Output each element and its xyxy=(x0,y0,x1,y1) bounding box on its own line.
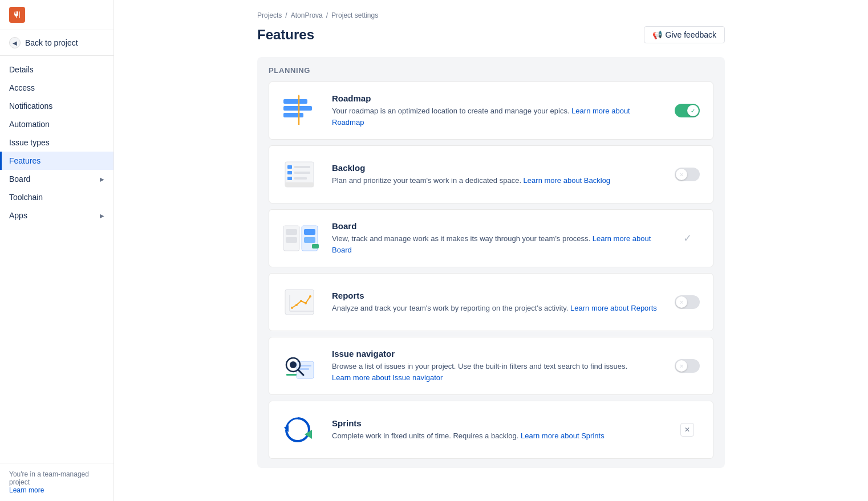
svg-rect-13 xyxy=(285,182,314,187)
sidebar-item-details[interactable]: Details xyxy=(0,60,113,79)
sidebar: ◀ Back to project DetailsAccessNotificat… xyxy=(0,0,114,501)
board-check-icon: ✓ xyxy=(683,232,692,245)
breadcrumb-sep-2: / xyxy=(326,11,328,19)
sidebar-item-label-details: Details xyxy=(9,65,34,74)
feature-card-roadmap: Roadmap Your roadmap is an optimized loc… xyxy=(269,82,713,140)
svg-rect-0 xyxy=(19,11,20,18)
svg-rect-15 xyxy=(286,229,297,235)
svg-rect-11 xyxy=(287,177,292,180)
backlog-learn-more-link[interactable]: Learn more about Backlog xyxy=(524,176,610,185)
megaphone-icon: 📢 xyxy=(652,30,662,39)
roadmap-desc: Your roadmap is an optimized location to… xyxy=(332,105,662,128)
breadcrumb: Projects / AtonProva / Project settings xyxy=(257,11,725,19)
backlog-desc: Plan and prioritize your team's work in … xyxy=(332,175,662,186)
board-learn-more-link[interactable]: Learn more about Board xyxy=(332,234,651,254)
sidebar-footer: You're in a team-managed project Learn m… xyxy=(0,463,113,501)
svg-rect-8 xyxy=(294,166,310,168)
sidebar-item-toolchain[interactable]: Toolchain xyxy=(0,188,113,206)
sidebar-item-label-features: Features xyxy=(9,156,40,165)
svg-rect-10 xyxy=(294,172,310,174)
sidebar-item-notifications[interactable]: Notifications xyxy=(0,97,113,115)
feature-card-backlog: Backlog Plan and prioritize your team's … xyxy=(269,145,713,203)
board-desc: View, track and manage work as it makes … xyxy=(332,233,662,255)
roadmap-toggle[interactable]: ✓ xyxy=(673,104,701,117)
learn-more-link[interactable]: Learn more xyxy=(9,486,44,494)
issue-navigator-icon xyxy=(281,349,321,383)
svg-point-28 xyxy=(309,295,311,298)
svg-rect-16 xyxy=(286,237,297,243)
backlog-name: Backlog xyxy=(332,163,662,173)
feature-card-issue-navigator: Issue navigator Browse a list of issues … xyxy=(269,337,713,395)
feature-card-reports: Reports Analyze and track your team's wo… xyxy=(269,273,713,331)
breadcrumb-atonprova[interactable]: AtonProva xyxy=(291,11,323,19)
sidebar-item-label-automation: Automation xyxy=(9,120,50,129)
svg-rect-19 xyxy=(304,237,315,243)
svg-rect-18 xyxy=(304,229,315,235)
main-content: Projects / AtonProva / Project settings … xyxy=(114,0,868,501)
give-feedback-label: Give feedback xyxy=(666,30,717,39)
reports-toggle-knob: ✕ xyxy=(676,296,687,308)
backlog-info: Backlog Plan and prioritize your team's … xyxy=(332,163,662,186)
roadmap-toggle-switch[interactable]: ✓ xyxy=(675,104,700,117)
section-title-planning: Planning xyxy=(269,66,713,75)
issue-navigator-info: Issue navigator Browse a list of issues … xyxy=(332,349,662,383)
svg-rect-2 xyxy=(283,106,312,111)
breadcrumb-projects[interactable]: Projects xyxy=(257,11,282,19)
svg-point-33 xyxy=(290,361,297,368)
backlog-toggle-knob: ✕ xyxy=(676,169,687,180)
svg-rect-3 xyxy=(283,113,303,117)
sidebar-item-automation[interactable]: Automation xyxy=(0,115,113,133)
issue-navigator-toggle-knob: ✕ xyxy=(676,360,687,372)
backlog-icon xyxy=(281,157,321,192)
svg-point-26 xyxy=(300,300,302,302)
sidebar-item-board[interactable]: Board▶ xyxy=(0,170,113,188)
board-info: Board View, track and manage work as it … xyxy=(332,221,662,255)
roadmap-info: Roadmap Your roadmap is an optimized loc… xyxy=(332,93,662,128)
issue-navigator-toggle[interactable]: ✕ xyxy=(673,359,701,373)
sprints-learn-more-link[interactable]: Learn more about Sprints xyxy=(521,431,605,440)
svg-rect-7 xyxy=(287,165,292,169)
issue-navigator-toggle-switch[interactable]: ✕ xyxy=(675,359,700,373)
svg-marker-5 xyxy=(298,95,300,96)
back-to-project-label: Back to project xyxy=(25,38,78,47)
issue-navigator-learn-more-link[interactable]: Learn more about Issue navigator xyxy=(332,373,443,382)
reports-toggle[interactable]: ✕ xyxy=(673,295,701,309)
reports-toggle-switch[interactable]: ✕ xyxy=(675,295,700,309)
roadmap-learn-more-link[interactable]: Learn more about Roadmap xyxy=(332,107,630,127)
backlog-toggle-switch[interactable]: ✕ xyxy=(675,168,700,181)
svg-point-27 xyxy=(305,302,307,304)
sidebar-item-label-access: Access xyxy=(9,83,35,92)
feature-card-board: Board View, track and manage work as it … xyxy=(269,209,713,267)
sidebar-item-arrow-apps: ▶ xyxy=(100,213,104,219)
reports-desc: Analyze and track your team's work by re… xyxy=(332,303,662,314)
board-toggle: ✓ xyxy=(673,232,701,245)
sidebar-item-access[interactable]: Access xyxy=(0,79,113,97)
roadmap-name: Roadmap xyxy=(332,93,662,103)
back-arrow-icon: ◀ xyxy=(9,37,21,48)
svg-rect-12 xyxy=(294,177,307,180)
reports-info: Reports Analyze and track your team's wo… xyxy=(332,291,662,314)
backlog-toggle[interactable]: ✕ xyxy=(673,168,701,181)
sidebar-item-label-toolchain: Toolchain xyxy=(9,193,43,202)
sidebar-item-features[interactable]: Features xyxy=(0,152,113,170)
sidebar-item-apps[interactable]: Apps▶ xyxy=(0,206,113,225)
sidebar-navigation: DetailsAccessNotificationsAutomationIssu… xyxy=(0,56,113,463)
planning-section: Planning Roadmap Your roadmap is an op xyxy=(257,57,725,468)
svg-rect-9 xyxy=(287,171,292,174)
board-icon xyxy=(281,221,321,255)
sidebar-item-arrow-board: ▶ xyxy=(100,176,104,182)
sprints-toggle[interactable]: ✕ xyxy=(673,423,701,437)
reports-learn-more-link[interactable]: Learn more about Reports xyxy=(570,304,657,312)
roadmap-icon xyxy=(281,93,321,128)
svg-rect-31 xyxy=(299,368,309,370)
give-feedback-button[interactable]: 📢 Give feedback xyxy=(644,26,725,43)
sprints-x-button[interactable]: ✕ xyxy=(680,423,694,437)
team-managed-text: You're in a team-managed project xyxy=(9,470,104,486)
back-to-project-button[interactable]: ◀ Back to project xyxy=(0,30,113,56)
svg-rect-30 xyxy=(299,365,311,366)
sidebar-item-issue-types[interactable]: Issue types xyxy=(0,133,113,152)
breadcrumb-current: Project settings xyxy=(331,11,378,19)
sidebar-item-label-board: Board xyxy=(9,174,30,184)
sidebar-item-label-issue-types: Issue types xyxy=(9,138,50,147)
sprints-desc: Complete work in fixed units of time. Re… xyxy=(332,430,662,442)
